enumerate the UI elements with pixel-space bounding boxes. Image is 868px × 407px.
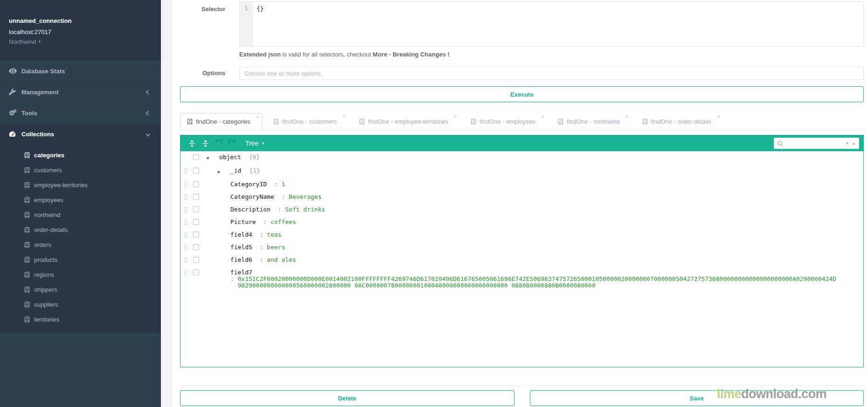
undo-icon[interactable] bbox=[214, 138, 224, 148]
tree-mode-dropdown[interactable]: Tree ▾ bbox=[245, 140, 264, 147]
tab-label: findOne - employees bbox=[479, 118, 535, 125]
drag-handle-icon[interactable] bbox=[184, 207, 187, 213]
sidebar-item-management[interactable]: Management bbox=[0, 82, 161, 103]
collection-item[interactable]: employee-territories bbox=[0, 177, 161, 192]
tree-row: field4 : teas bbox=[181, 229, 863, 241]
collection-item[interactable]: regions bbox=[0, 267, 161, 282]
options-input[interactable] bbox=[239, 67, 864, 80]
collection-item[interactable]: territories bbox=[0, 312, 161, 327]
dashboard-icon bbox=[9, 130, 18, 138]
row-checkbox[interactable] bbox=[193, 219, 199, 225]
expander-toggle-icon[interactable] bbox=[218, 194, 227, 195]
sidebar-item-label: Collections bbox=[21, 131, 54, 138]
drag-handle-icon[interactable] bbox=[184, 194, 187, 200]
collection-item[interactable]: orders bbox=[0, 237, 161, 252]
drag-handle-icon[interactable] bbox=[184, 257, 187, 263]
drag-handle-icon[interactable] bbox=[184, 232, 187, 238]
tab-label: findOne - customers bbox=[282, 118, 337, 125]
expander-toggle-icon[interactable] bbox=[218, 206, 227, 207]
collection-item[interactable]: categories bbox=[0, 147, 161, 162]
row-checkbox[interactable] bbox=[193, 257, 199, 263]
tab-close-icon[interactable]: × bbox=[541, 114, 544, 119]
tree-row: field6 : and ales bbox=[181, 254, 863, 267]
tab-close-icon[interactable]: × bbox=[625, 114, 628, 119]
tab-close-icon[interactable]: × bbox=[454, 114, 457, 119]
field-name: CategoryName bbox=[230, 193, 274, 200]
json-tree-viewer: Tree ▾ ▼ ▲ bbox=[180, 135, 864, 367]
tab-close-icon[interactable]: × bbox=[717, 114, 720, 119]
collection-item-label: employees bbox=[34, 196, 63, 204]
tab-label: findOne - employee-territories bbox=[368, 118, 448, 125]
tab-close-icon[interactable]: × bbox=[256, 114, 259, 120]
collection-item[interactable]: customers bbox=[0, 162, 161, 177]
chevron-left-icon bbox=[146, 90, 151, 94]
expander-toggle-icon[interactable] bbox=[218, 232, 227, 232]
tree-mode-label: Tree bbox=[245, 140, 258, 147]
drag-handle-icon[interactable] bbox=[184, 270, 187, 276]
collection-item[interactable]: northwind bbox=[0, 207, 161, 222]
field-name: field5 bbox=[230, 244, 252, 251]
expander-toggle-icon[interactable] bbox=[218, 257, 227, 258]
field-separator: : bbox=[274, 206, 285, 213]
drag-handle-icon[interactable] bbox=[184, 245, 187, 251]
collection-item[interactable]: employees bbox=[0, 192, 161, 207]
result-tab[interactable]: findOne - categories × bbox=[180, 113, 262, 130]
search-next-icon[interactable]: ▼ bbox=[845, 141, 849, 146]
drag-handle-icon[interactable] bbox=[184, 168, 187, 174]
tree-search-input[interactable] bbox=[785, 140, 843, 147]
wrench-icon bbox=[9, 88, 18, 96]
field-name: field7 bbox=[230, 269, 252, 276]
row-checkbox[interactable] bbox=[193, 232, 199, 238]
database-selector[interactable]: Northwind ▾ bbox=[9, 38, 41, 45]
sidebar-item-label: Management bbox=[21, 89, 58, 96]
expander-toggle-icon[interactable] bbox=[218, 219, 227, 220]
field-separator: : bbox=[259, 218, 270, 225]
hint-text: is valid for all selectors, checkout bbox=[281, 51, 373, 58]
collection-item[interactable]: products bbox=[0, 252, 161, 267]
expander-toggle-icon[interactable] bbox=[218, 269, 227, 270]
result-tab[interactable]: findOne - employee-territories × bbox=[353, 113, 459, 130]
row-checkbox[interactable] bbox=[193, 181, 199, 187]
result-tab[interactable]: findOne - northwind × bbox=[551, 113, 631, 130]
collection-item[interactable]: suppliers bbox=[0, 297, 161, 312]
collection-item-label: territories bbox=[34, 316, 59, 323]
row-checkbox[interactable] bbox=[193, 194, 199, 200]
collection-item[interactable]: order-details bbox=[0, 222, 161, 237]
expand-all-icon[interactable] bbox=[187, 138, 197, 148]
expander-toggle-icon[interactable]: ▶ bbox=[218, 168, 227, 175]
drag-handle-icon[interactable] bbox=[184, 182, 187, 188]
row-checkbox[interactable] bbox=[193, 244, 199, 250]
expander-toggle-icon[interactable] bbox=[218, 181, 227, 182]
collection-item[interactable]: shippers bbox=[0, 282, 161, 297]
expander-toggle-icon[interactable] bbox=[218, 244, 227, 245]
collapse-all-icon[interactable] bbox=[200, 138, 210, 148]
sidebar-item-label: Database Stats bbox=[21, 68, 65, 75]
tab-close-icon[interactable]: × bbox=[342, 114, 346, 119]
selector-editor-content[interactable]: {} bbox=[253, 2, 863, 46]
sidebar-item-database-stats[interactable]: Database Stats bbox=[0, 61, 161, 82]
result-tab[interactable]: findOne - employees × bbox=[464, 113, 547, 130]
tree-row: CategoryName : Beverages bbox=[181, 191, 863, 204]
result-tab[interactable]: findOne - order-details × bbox=[636, 113, 722, 130]
row-checkbox[interactable] bbox=[193, 168, 199, 174]
row-checkbox[interactable] bbox=[193, 269, 199, 275]
sidebar-section-collections: Collections categories bbox=[0, 124, 161, 333]
result-tab[interactable]: findOne - customers × bbox=[267, 113, 348, 130]
sidebar-item-collections[interactable]: Collections bbox=[0, 124, 161, 145]
execute-button[interactable]: Execute bbox=[180, 86, 864, 102]
tab-label: findOne - northwind bbox=[567, 118, 619, 125]
redo-icon[interactable] bbox=[227, 138, 237, 148]
selector-editor[interactable]: 1 {} bbox=[239, 1, 864, 47]
save-button[interactable]: Save bbox=[530, 390, 864, 406]
row-checkbox[interactable] bbox=[193, 154, 199, 160]
chevron-down-icon: ▾ bbox=[262, 141, 264, 146]
main-content: Selector 1 {} Extended json is valid for… bbox=[161, 0, 868, 407]
selector-label: Selector bbox=[180, 1, 225, 47]
delete-button[interactable]: Delete bbox=[180, 390, 514, 406]
sidebar-item-tools[interactable]: ⚙⚙ Tools bbox=[0, 103, 161, 124]
selector-hint: Extended json is valid for all selectors… bbox=[239, 51, 864, 58]
expander-toggle-icon[interactable]: ▼ bbox=[207, 154, 215, 161]
search-prev-icon[interactable]: ▲ bbox=[852, 141, 856, 146]
row-checkbox[interactable] bbox=[193, 206, 199, 212]
drag-handle-icon[interactable] bbox=[184, 219, 187, 225]
